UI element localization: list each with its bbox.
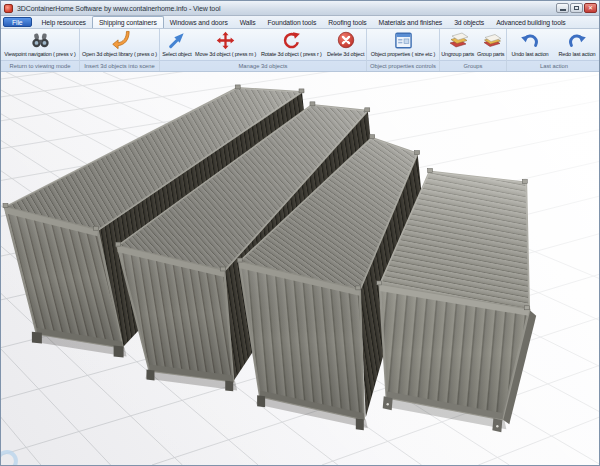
corner-fitting [415, 151, 420, 155]
group-label: Insert 3d objects into scene [80, 60, 159, 71]
app-icon [4, 4, 13, 13]
properties-window-icon [394, 30, 413, 50]
group-manage-objects: Select object Move 3d object ( press m ) [160, 29, 367, 71]
move-object-button[interactable]: Move 3d object ( press m ) [194, 29, 258, 58]
delete-object-button[interactable]: Delete 3d object [325, 29, 366, 58]
redo-arrow-icon [567, 30, 587, 50]
select-arrow-icon [168, 30, 186, 50]
viewport-3d[interactable] [1, 72, 599, 465]
corner-fitting [94, 226, 99, 230]
tab-materials-and-finishes[interactable]: Materials and finishes [373, 16, 449, 28]
group-label: Return to viewing mode [1, 60, 79, 71]
menu-file[interactable]: File [3, 17, 32, 27]
close-icon: ✕ [588, 5, 593, 11]
rotate-object-button[interactable]: Rotate 3d object ( press r ) [258, 29, 326, 58]
corner-foot [225, 380, 233, 391]
group-last-action: Undo last action Redo last action Last [507, 29, 600, 71]
viewpoint-navigation-button[interactable]: Viewpoint navigation ( press v ) [1, 29, 79, 58]
maximize-icon [574, 6, 579, 10]
group-sheets-icon [481, 30, 501, 50]
app-window: 3DContainerHome Software by www.containe… [0, 0, 600, 466]
window-title: 3DContainerHome Software by www.containe… [17, 5, 220, 12]
tab-shipping-containers[interactable]: Shipping containers [92, 16, 164, 28]
corner-fitting [310, 102, 315, 106]
open-library-arrow-icon [110, 30, 130, 50]
select-object-button[interactable]: Select object [160, 29, 194, 58]
delete-cross-icon [337, 30, 355, 50]
corner-fitting [377, 281, 382, 285]
corner-fitting [220, 267, 225, 271]
corner-foot [147, 369, 155, 380]
group-object-properties: Object properties ( size etc ) Object pr… [367, 29, 440, 71]
corner-fitting [116, 242, 121, 246]
corner-fitting [299, 89, 304, 93]
tab-walls[interactable]: Walls [234, 16, 262, 28]
tab-advanced-building-tools[interactable]: Advanced building tools [490, 16, 572, 28]
undo-arrow-icon [520, 30, 540, 50]
redo-button[interactable]: Redo last action [553, 29, 600, 58]
toolbar-ribbon: Viewpoint navigation ( press v ) Return … [1, 29, 599, 72]
ungroup-sheets-icon [448, 30, 468, 50]
group-label: Object properties controls [367, 60, 439, 71]
ungroup-parts-button[interactable]: Ungroup parts [440, 29, 475, 58]
undo-button[interactable]: Undo last action [507, 29, 553, 58]
corner-fitting [522, 179, 527, 183]
group-label: Manage 3d objects [160, 60, 366, 71]
corner-fitting [3, 203, 8, 207]
minimize-button[interactable] [556, 3, 569, 13]
corner-fitting [356, 286, 361, 290]
corner-foot [114, 346, 124, 358]
corner-fitting [237, 258, 242, 262]
binoculars-icon [30, 30, 51, 50]
group-viewing-mode: Viewpoint navigation ( press v ) Return … [1, 29, 80, 71]
corner-fitting [370, 135, 375, 139]
corner-foot-hole [387, 403, 389, 405]
tab-3d-objects[interactable]: 3d objects [448, 16, 490, 28]
group-label: Groups [440, 60, 506, 71]
corner-foot [257, 395, 265, 407]
maximize-button[interactable] [570, 3, 583, 13]
close-button[interactable]: ✕ [584, 3, 597, 13]
move-arrows-icon [216, 30, 235, 50]
group-groups: Ungroup parts Group parts Groups [440, 29, 507, 71]
tab-roofing-tools[interactable]: Roofing tools [322, 16, 372, 28]
minimize-icon [560, 9, 566, 11]
tab-windows-and-doors[interactable]: Windows and doors [164, 16, 234, 28]
object-properties-button[interactable]: Object properties ( size etc ) [367, 29, 439, 58]
tab-help-resources[interactable]: Help resources [36, 16, 92, 28]
scene-canvas[interactable] [1, 72, 599, 465]
group-parts-button[interactable]: Group parts [475, 29, 506, 58]
corner-fitting [235, 85, 240, 89]
open-library-button[interactable]: Open 3d object library ( press o ) [80, 29, 159, 58]
menu-bar: File Help resources Shipping containers … [1, 16, 599, 29]
rotate-arrow-icon [282, 30, 301, 50]
corner-foot [356, 418, 364, 430]
corner-fitting [365, 108, 370, 112]
tab-foundation-tools[interactable]: Foundation tools [262, 16, 323, 28]
group-label: Last action [507, 60, 600, 71]
corner-fitting [524, 306, 529, 310]
corner-foot-hole [496, 425, 498, 427]
title-bar: 3DContainerHome Software by www.containe… [1, 1, 599, 16]
group-insert-objects: Open 3d object library ( press o ) Inser… [80, 29, 160, 71]
corner-fitting [428, 169, 433, 173]
corner-foot [32, 332, 42, 344]
